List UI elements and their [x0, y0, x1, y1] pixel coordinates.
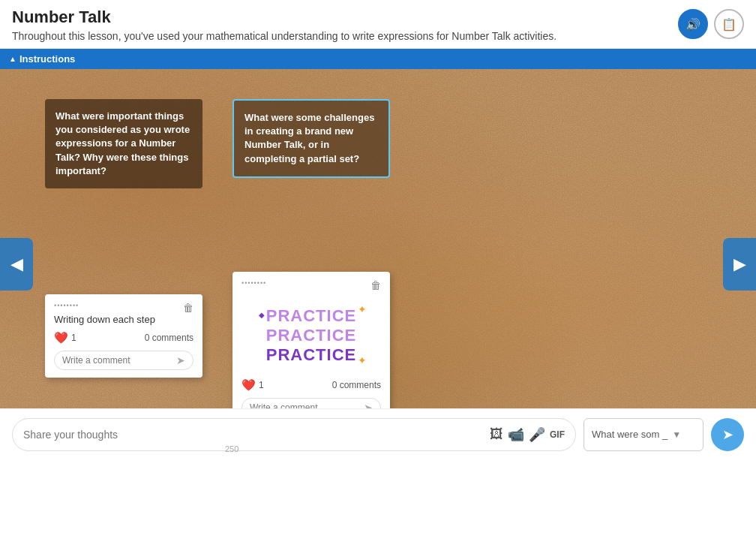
practice-line-2: PRACTICE: [266, 326, 356, 345]
practice-dots: ••••••••: [242, 279, 266, 287]
topic-label: What were som _: [592, 429, 668, 440]
practice-card: •••••••• 🗑 ✦ ◆ PRACTICE PRACTICE PRACTIC…: [232, 272, 390, 425]
char-count: 250: [225, 444, 238, 453]
topic-dropdown[interactable]: What were som _ ▼: [584, 418, 704, 451]
share-input-area: 🖼 📹 🎤 GIF: [12, 418, 576, 451]
practice-line-3: PRACTICE: [266, 345, 356, 365]
prompt-card-1: What were important things you considere…: [45, 99, 202, 188]
diamond-icon-1: ◆: [259, 311, 265, 319]
chevron-left-icon: ◀: [10, 254, 23, 274]
practice-comments: 0 comments: [332, 380, 381, 390]
practice-image: ✦ ◆ PRACTICE PRACTICE PRACTICE ✦: [242, 296, 381, 372]
send-button[interactable]: ➤: [711, 418, 744, 451]
practice-delete[interactable]: 🗑: [370, 279, 381, 291]
instructions-button[interactable]: ▲ Instructions: [9, 53, 75, 65]
instructions-label: Instructions: [20, 53, 75, 65]
send-arrow-icon: ➤: [722, 426, 734, 443]
practice-likes: 1: [259, 380, 264, 390]
comment-input-1[interactable]: [62, 355, 176, 366]
share-input[interactable]: [23, 429, 490, 441]
notes-button[interactable]: 📋: [714, 9, 744, 39]
sparkle-icon-2: ✦: [358, 354, 367, 366]
chevron-right-icon: ▶: [734, 254, 746, 274]
dropdown-arrow-icon: ▼: [672, 429, 681, 440]
corkboard: ◀ ▶ What were important things you consi…: [0, 69, 756, 459]
gif-button[interactable]: GIF: [550, 429, 565, 440]
postit-title-1: Writing down each step: [54, 314, 194, 325]
postit-card-1: •••••••• 🗑 Writing down each step ❤️ 1 0…: [45, 294, 202, 378]
heart-icon-practice[interactable]: ❤️: [242, 378, 256, 392]
audio-icon: 🔊: [686, 17, 700, 32]
prompt-card-2: What were some challenges in creating a …: [232, 99, 390, 178]
chevron-up-icon: ▲: [9, 55, 16, 63]
audio-button[interactable]: 🔊: [678, 9, 708, 39]
prev-arrow-button[interactable]: ◀: [0, 238, 33, 291]
mic-icon[interactable]: 🎤: [529, 426, 545, 443]
prompt-text-2: What were some challenges in creating a …: [244, 112, 374, 164]
postit-delete-1[interactable]: 🗑: [183, 302, 194, 314]
heart-icon-1[interactable]: ❤️: [54, 331, 68, 345]
postit-dots-1: ••••••••: [54, 302, 79, 309]
page-subtitle: Throughout this lesson, you've used your…: [12, 30, 744, 42]
comments-count-1: 0 comments: [145, 333, 194, 343]
likes-count-1: 1: [71, 333, 76, 343]
next-arrow-button[interactable]: ▶: [723, 238, 756, 291]
notes-icon: 📋: [722, 17, 736, 32]
prompt-text-1: What were important things you considere…: [56, 110, 190, 176]
bottom-bar: 🖼 📹 🎤 GIF 250 What were som _ ▼ ➤: [0, 408, 756, 459]
page-title: Number Talk: [12, 8, 744, 27]
comment-input-row-1: ➤: [54, 351, 194, 370]
send-icon-1[interactable]: ➤: [176, 354, 185, 366]
sparkle-icon-1: ✦: [358, 303, 367, 315]
practice-line-1: PRACTICE: [266, 306, 356, 326]
video-icon[interactable]: 📹: [508, 426, 524, 443]
image-icon[interactable]: 🖼: [490, 426, 503, 442]
